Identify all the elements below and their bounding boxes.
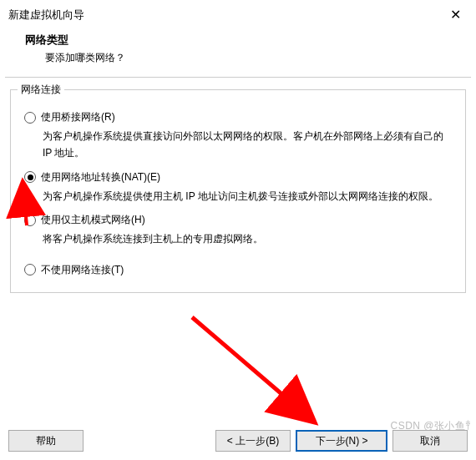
option-none[interactable]: 不使用网络连接(T) xyxy=(24,263,453,277)
cancel-button[interactable]: 取消 xyxy=(392,430,468,452)
option-hostonly[interactable]: 使用仅主机模式网络(H) 将客户机操作系统连接到主机上的专用虚拟网络。 xyxy=(24,213,453,247)
option-bridged-desc: 为客户机操作系统提供直接访问外部以太网网络的权限。客户机在外部网络上必须有自己的… xyxy=(43,128,453,162)
window-title: 新建虚拟机向导 xyxy=(8,8,84,23)
group-legend: 网络连接 xyxy=(18,83,64,97)
option-bridged-label: 使用桥接网络(R) xyxy=(41,110,115,124)
option-hostonly-label: 使用仅主机模式网络(H) xyxy=(41,213,145,227)
network-connection-group: 网络连接 使用桥接网络(R) 为客户机操作系统提供直接访问外部以太网网络的权限。… xyxy=(10,89,466,293)
footer-buttons: 帮助 < 上一步(B) 下一步(N) > 取消 xyxy=(0,430,476,452)
back-button[interactable]: < 上一步(B) xyxy=(215,430,291,452)
option-hostonly-desc: 将客户机操作系统连接到主机上的专用虚拟网络。 xyxy=(43,230,453,247)
option-nat[interactable]: 使用网络地址转换(NAT)(E) 为客户机操作系统提供使用主机 IP 地址访问主… xyxy=(24,170,453,205)
option-nat-label: 使用网络地址转换(NAT)(E) xyxy=(41,170,160,185)
divider xyxy=(5,77,471,78)
radio-icon[interactable] xyxy=(24,171,36,183)
help-button[interactable]: 帮助 xyxy=(8,430,84,452)
radio-icon[interactable] xyxy=(24,215,36,226)
titlebar: 新建虚拟机向导 ✕ xyxy=(0,0,476,28)
svg-line-1 xyxy=(192,317,309,417)
wizard-header: 网络类型 要添加哪类网络？ xyxy=(0,28,476,77)
close-icon[interactable]: ✕ xyxy=(443,5,468,24)
page-title: 网络类型 xyxy=(25,33,451,48)
page-subtitle: 要添加哪类网络？ xyxy=(25,48,451,65)
option-nat-desc: 为客户机操作系统提供使用主机 IP 地址访问主机拨号连接或外部以太网网络连接的权… xyxy=(43,188,453,205)
radio-icon[interactable] xyxy=(24,264,36,275)
next-button[interactable]: 下一步(N) > xyxy=(296,430,387,452)
option-none-label: 不使用网络连接(T) xyxy=(41,263,124,277)
option-bridged[interactable]: 使用桥接网络(R) 为客户机操作系统提供直接访问外部以太网网络的权限。客户机在外… xyxy=(24,110,453,162)
radio-icon[interactable] xyxy=(24,112,36,124)
